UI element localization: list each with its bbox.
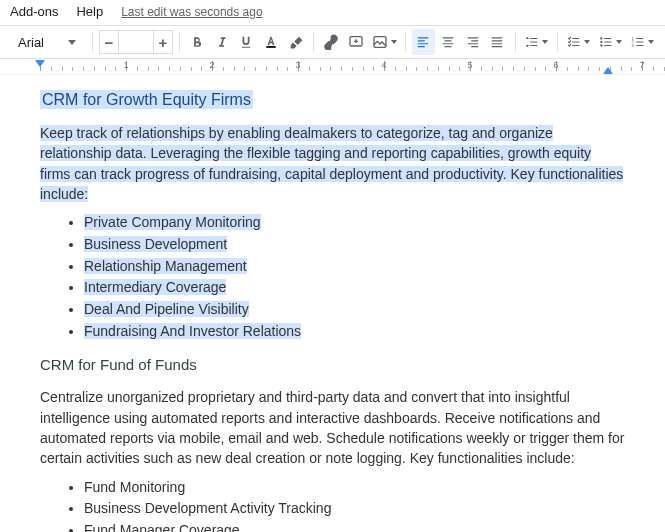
text-color-icon bbox=[264, 35, 278, 49]
highlight-icon bbox=[289, 35, 303, 49]
list-item: Private Company Monitoring bbox=[84, 212, 625, 234]
font-size-increase-button[interactable]: + bbox=[153, 30, 173, 54]
heading-section1: CRM for Growth Equity Firms bbox=[40, 91, 625, 109]
paragraph-section2: Centralize unorganized proprietary and t… bbox=[40, 387, 625, 468]
list-item: Business Development Activity Tracking bbox=[84, 498, 625, 520]
align-center-icon bbox=[441, 35, 455, 49]
line-spacing-button[interactable] bbox=[521, 29, 551, 55]
separator bbox=[92, 32, 93, 52]
line-spacing-icon bbox=[525, 35, 539, 49]
numbered-list-icon: 123 bbox=[631, 35, 645, 49]
svg-point-4 bbox=[600, 41, 602, 43]
image-icon bbox=[372, 34, 388, 50]
highlight-button[interactable] bbox=[284, 29, 307, 55]
align-justify-icon bbox=[490, 35, 504, 49]
paragraph-section1: Keep track of relationships by enabling … bbox=[40, 123, 625, 204]
checklist-button[interactable] bbox=[564, 29, 594, 55]
numbered-list-button[interactable]: 123 bbox=[627, 29, 657, 55]
separator bbox=[405, 32, 406, 52]
italic-button[interactable] bbox=[210, 29, 233, 55]
link-icon bbox=[323, 34, 339, 50]
svg-point-5 bbox=[600, 44, 602, 46]
menu-addons[interactable]: Add-ons bbox=[10, 4, 58, 19]
list-item: Fund Monitoring bbox=[84, 477, 625, 499]
list-item: Business Development bbox=[84, 234, 625, 256]
insert-link-button[interactable] bbox=[320, 29, 343, 55]
ruler[interactable]: 12345678 bbox=[0, 59, 665, 75]
insert-image-button[interactable] bbox=[369, 29, 399, 55]
align-left-button[interactable] bbox=[412, 29, 435, 55]
underline-button[interactable] bbox=[235, 29, 258, 55]
svg-text:3: 3 bbox=[631, 43, 634, 48]
separator bbox=[313, 32, 314, 52]
font-size-group: − + bbox=[99, 30, 173, 54]
checklist-icon bbox=[567, 35, 581, 49]
separator bbox=[179, 32, 180, 52]
comment-plus-icon bbox=[348, 34, 364, 50]
chevron-down-icon bbox=[542, 40, 548, 44]
font-size-input[interactable] bbox=[119, 30, 153, 54]
chevron-down-icon bbox=[584, 40, 590, 44]
font-family-label: Arial bbox=[18, 35, 44, 50]
svg-point-3 bbox=[600, 37, 602, 39]
font-family-select[interactable]: Arial bbox=[8, 30, 86, 54]
chevron-down-icon bbox=[68, 40, 76, 45]
list-item: Relationship Management bbox=[84, 256, 625, 278]
document-page[interactable]: CRM for Growth Equity Firms Keep track o… bbox=[0, 75, 665, 532]
text-color-button[interactable] bbox=[260, 29, 283, 55]
align-right-button[interactable] bbox=[461, 29, 484, 55]
list-item: Deal And Pipeline Visibility bbox=[84, 299, 625, 321]
bold-icon bbox=[190, 35, 204, 49]
chevron-down-icon bbox=[648, 40, 654, 44]
bullet-list-section1: Private Company MonitoringBusiness Devel… bbox=[40, 212, 625, 342]
font-size-decrease-button[interactable]: − bbox=[99, 30, 119, 54]
bulleted-list-button[interactable] bbox=[596, 29, 626, 55]
toolbar: Arial − + bbox=[0, 25, 665, 59]
bold-button[interactable] bbox=[186, 29, 209, 55]
list-item: Fund Manager Coverage bbox=[84, 520, 625, 532]
menu-help[interactable]: Help bbox=[76, 4, 103, 19]
menubar: Add-ons Help Last edit was seconds ago bbox=[0, 0, 665, 25]
insert-comment-button[interactable] bbox=[345, 29, 368, 55]
separator bbox=[515, 32, 516, 52]
heading-section2: CRM for Fund of Funds bbox=[40, 356, 625, 373]
list-item: Intermediary Coverage bbox=[84, 277, 625, 299]
bullet-list-icon bbox=[599, 35, 613, 49]
italic-icon bbox=[215, 35, 229, 49]
align-center-button[interactable] bbox=[437, 29, 460, 55]
underline-icon bbox=[239, 35, 253, 49]
align-right-icon bbox=[466, 35, 480, 49]
align-justify-button[interactable] bbox=[486, 29, 509, 55]
last-edit-link[interactable]: Last edit was seconds ago bbox=[121, 5, 262, 19]
svg-rect-0 bbox=[266, 46, 275, 48]
list-item: Fundraising And Investor Relations bbox=[84, 321, 625, 343]
align-left-icon bbox=[416, 35, 430, 49]
bullet-list-section2: Fund MonitoringBusiness Development Acti… bbox=[40, 477, 625, 533]
chevron-down-icon bbox=[616, 40, 622, 44]
separator bbox=[557, 32, 558, 52]
chevron-down-icon bbox=[391, 40, 397, 44]
